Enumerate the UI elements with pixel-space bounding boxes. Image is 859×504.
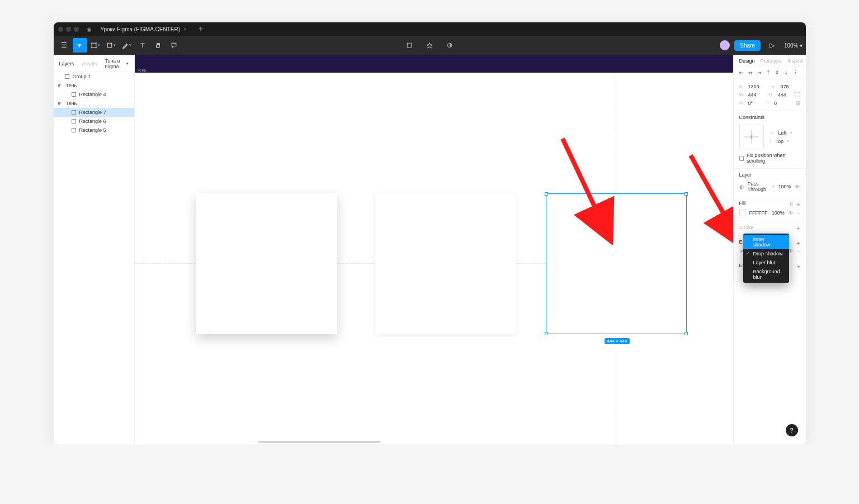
mask-tool[interactable] — [422, 38, 437, 53]
rectangle-shadow-soft[interactable] — [375, 193, 516, 334]
tab-inspect[interactable]: Inspect — [787, 58, 804, 64]
pos-x[interactable]: 1303 — [748, 84, 759, 89]
add-fill-button[interactable]: + — [796, 201, 800, 208]
tab-layers[interactable]: Layers — [59, 61, 74, 66]
align-top-icon[interactable]: ⤒ — [766, 70, 773, 75]
corner-radius[interactable]: 0 — [774, 101, 777, 106]
layer-row[interactable]: Rectangle 6 — [54, 117, 134, 126]
resize-handle-se[interactable] — [685, 332, 688, 335]
align-hcenter-icon[interactable]: ⇔ — [748, 70, 755, 75]
constraint-widget[interactable]: + — [739, 125, 764, 149]
resize-handle-nw[interactable] — [545, 192, 548, 196]
visibility-icon[interactable]: 👁 — [795, 184, 800, 190]
pen-tool[interactable]: ▾ — [120, 38, 134, 53]
effects-dropdown[interactable]: Inner shadowDrop shadowLayer blurBackgro… — [743, 234, 789, 283]
add-stroke-button[interactable]: + — [796, 225, 800, 232]
blend-icon[interactable]: ◐ — [739, 184, 744, 190]
layer-label: Rectangle 4 — [79, 92, 106, 97]
add-export-button[interactable]: + — [796, 263, 800, 270]
rectangle-selected[interactable] — [546, 193, 687, 334]
layer-opacity[interactable]: 100% — [778, 184, 791, 189]
close-tab-icon[interactable]: × — [183, 26, 187, 32]
help-button[interactable]: ? — [786, 424, 798, 436]
effect-option[interactable]: Inner shadow — [743, 235, 789, 249]
shape-tool[interactable]: ▾ — [104, 38, 119, 53]
resize-handle-sw[interactable] — [545, 332, 548, 335]
comment-tool[interactable] — [167, 38, 181, 53]
tool-group-center — [402, 38, 457, 53]
frame-icon: # — [58, 83, 63, 88]
boolean-tool[interactable] — [442, 38, 457, 53]
tool-group-right: Share ▷ 100% ▾ — [720, 38, 802, 53]
pos-w[interactable]: 444 — [748, 92, 757, 98]
present-button[interactable]: ▷ — [765, 38, 780, 53]
rotation[interactable]: 0° — [748, 101, 753, 106]
component-tool[interactable] — [402, 38, 417, 53]
maximize-window-icon[interactable] — [74, 27, 79, 32]
figma-logo-icon[interactable]: ◉ — [87, 26, 92, 32]
rectangle-icon — [72, 92, 76, 97]
layer-row[interactable]: Group 1 — [54, 72, 134, 81]
layer-label: Group 1 — [73, 74, 91, 79]
canvas[interactable]: Тень 444 × 444 — [135, 55, 733, 444]
pos-h[interactable]: 444 — [778, 92, 786, 98]
svg-rect-0 — [107, 43, 112, 47]
fill-opacity[interactable]: 100% — [772, 210, 785, 216]
document-tab[interactable]: Уроки Figma (FIGMA.CENTER) × — [95, 25, 192, 34]
svg-rect-1 — [407, 43, 412, 47]
page-selector[interactable]: Тень в Figma ▾ — [105, 58, 129, 69]
align-bottom-icon[interactable]: ⤓ — [784, 70, 791, 75]
pos-y[interactable]: 376 — [781, 84, 789, 89]
share-button[interactable]: Share — [734, 40, 761, 51]
fill-hex[interactable]: FFFFFF — [749, 210, 768, 216]
fix-scroll-row[interactable]: Fix position when scrolling — [739, 151, 800, 165]
align-right-icon[interactable]: ⇥ — [757, 70, 764, 75]
constraint-v[interactable]: Top — [776, 139, 784, 144]
zoom-control[interactable]: 100% ▾ — [784, 42, 803, 49]
independent-corners-icon[interactable]: ⊞ — [796, 100, 800, 106]
add-effect-button[interactable]: + — [796, 240, 800, 246]
new-tab-button[interactable]: + — [196, 24, 206, 34]
align-left-icon[interactable]: ⇤ — [739, 70, 746, 75]
close-window-icon[interactable] — [58, 27, 63, 32]
constrain-proportions-icon[interactable]: ⛶ — [795, 92, 800, 98]
move-tool[interactable]: ▾ — [73, 38, 87, 53]
layer-row[interactable]: #Тень — [54, 81, 134, 90]
effect-option[interactable]: Drop shadow — [743, 249, 789, 258]
position-section: X1303 Y376 W444 H444 ⛶ ⟲0° ◠0 ⊞ — [734, 79, 806, 111]
frame-tool[interactable]: ▾ — [88, 38, 103, 53]
traffic-lights[interactable] — [58, 27, 79, 32]
text-tool[interactable] — [135, 38, 150, 53]
constraints-section: Constraints + ↔Left▾ ↕Top▾ Fix position … — [734, 111, 806, 169]
menu-button[interactable]: ☰ — [57, 38, 72, 53]
layer-row[interactable]: #Тень — [54, 99, 134, 108]
tab-assets[interactable]: Assets — [82, 61, 97, 66]
visibility-icon[interactable]: 👁 — [788, 210, 794, 216]
tab-design[interactable]: Design — [739, 58, 755, 64]
layer-row[interactable]: Rectangle 5 — [54, 126, 134, 135]
remove-fill-icon[interactable]: − — [797, 210, 800, 216]
zoom-value: 100% — [784, 42, 799, 49]
style-icon[interactable]: ⠿ — [789, 202, 793, 208]
frame-label: Тень — [137, 68, 147, 73]
layer-row[interactable]: Rectangle 7 — [54, 108, 134, 117]
effect-option[interactable]: Background blur — [743, 267, 789, 282]
resize-handle-ne[interactable] — [685, 192, 688, 196]
effect-option[interactable]: Layer blur — [743, 258, 789, 267]
constraint-h[interactable]: Left — [778, 130, 787, 136]
align-vcenter-icon[interactable]: ⇕ — [775, 70, 782, 75]
horizontal-scrollbar[interactable] — [258, 441, 381, 443]
minimize-window-icon[interactable] — [66, 27, 71, 32]
layer-row[interactable]: Rectangle 4 — [54, 90, 134, 99]
fill-swatch[interactable] — [739, 210, 746, 216]
remove-effect-icon[interactable]: − — [797, 248, 800, 254]
user-avatar[interactable] — [720, 40, 730, 50]
checkbox-icon[interactable] — [739, 156, 744, 161]
rectangle-icon — [72, 119, 76, 123]
blend-mode[interactable]: Pass Through — [748, 181, 770, 192]
titlebar: ◉ Уроки Figma (FIGMA.CENTER) × + — [54, 22, 806, 36]
hand-tool[interactable] — [151, 38, 166, 53]
tab-prototype[interactable]: Prototype — [761, 58, 782, 64]
rectangle-shadow-strong[interactable] — [196, 193, 337, 334]
distribute-icon[interactable]: ⋮ — [793, 70, 800, 75]
